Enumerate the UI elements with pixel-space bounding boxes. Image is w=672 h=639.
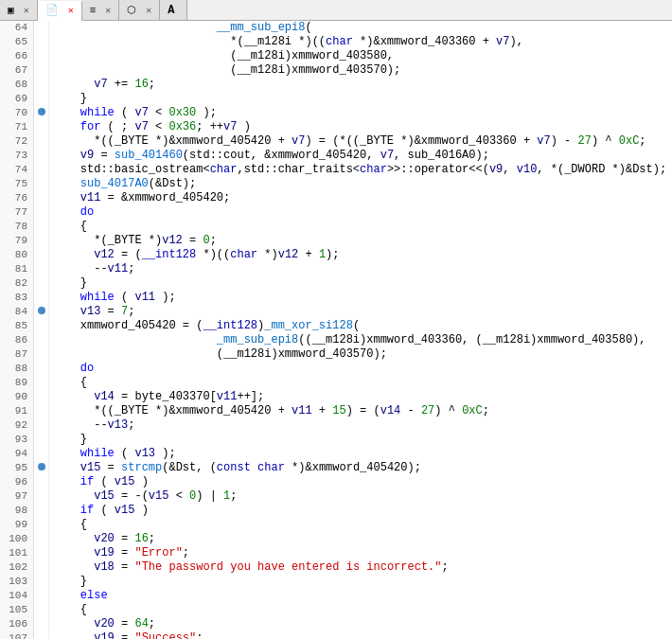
line-number: 65 [0, 35, 33, 49]
code-line[interactable]: for ( ; v7 < 0x36; ++v7 ) [53, 120, 672, 134]
dot-cell [34, 78, 48, 92]
tab-ida-close[interactable]: ✕ [24, 5, 29, 16]
tab-structures[interactable]: A [160, 0, 186, 20]
dot-cell [34, 106, 48, 120]
code-line[interactable]: --v13; [53, 418, 672, 433]
line-number: 78 [0, 220, 33, 234]
tab-hex-close[interactable]: ✕ [146, 5, 151, 16]
code-line[interactable]: if ( v15 ) [53, 504, 672, 518]
dot-cell [34, 177, 48, 191]
tab-ida-view-a[interactable]: ▣ ✕ [0, 0, 38, 20]
ida-view-icon: ▣ [8, 4, 14, 16]
code-line[interactable]: { [53, 518, 672, 532]
code-line[interactable]: v18 = "The password you have entered is … [53, 560, 672, 575]
line-number: 75 [0, 177, 33, 191]
code-line[interactable]: v7 += 16; [53, 78, 672, 92]
code-line[interactable]: v12 = (__int128 *)((char *)v12 + 1); [53, 248, 672, 262]
code-line[interactable]: (__m128i)xmmword_403580, [53, 49, 672, 63]
line-number: 105 [0, 603, 33, 617]
code-line[interactable]: while ( v11 ); [53, 291, 672, 305]
dot-cell [34, 305, 48, 319]
code-line[interactable]: v20 = 64; [53, 617, 672, 631]
breakpoint-dot [38, 463, 45, 470]
code-line[interactable]: std::basic_ostream<char,std::char_traits… [53, 163, 672, 177]
line-number: 77 [0, 205, 33, 220]
dot-cell [34, 504, 48, 518]
tab-pseudocode-a[interactable]: 📄 ✕ [38, 1, 82, 21]
line-number: 89 [0, 376, 33, 390]
line-number: 73 [0, 149, 33, 163]
code-line[interactable]: --v11; [53, 262, 672, 276]
dot-cell [34, 35, 48, 49]
line-number: 76 [0, 191, 33, 205]
dot-cell [34, 63, 48, 78]
dot-cell [34, 489, 48, 504]
line-number: 64 [0, 21, 33, 35]
tab-hex-view-1[interactable]: ⬡ ✕ [119, 0, 160, 20]
dot-cell [34, 532, 48, 546]
code-line[interactable]: sub_4017A0(&Dst); [53, 177, 672, 191]
code-line[interactable]: __mm_sub_epi8( [53, 21, 672, 35]
code-content[interactable]: __mm_sub_epi8( *(__m128i *)((char *)&xmm… [49, 21, 672, 639]
code-line[interactable]: xmmword_405420 = (__int128)_mm_xor_si128… [53, 319, 672, 333]
code-line[interactable]: v15 = strcmp(&Dst, (const char *)&xmmwor… [53, 461, 672, 475]
main-content: 6465666768697071727374757677787980818283… [0, 21, 672, 639]
dots-col [34, 21, 49, 639]
strings-icon: ≡ [90, 5, 97, 16]
code-line[interactable]: (__m128i)xmmword_403570); [53, 63, 672, 78]
tab-strings-close[interactable]: ✕ [105, 5, 111, 16]
dot-cell [34, 362, 48, 376]
line-number: 103 [0, 575, 33, 589]
dot-cell [34, 49, 48, 63]
dot-cell [34, 575, 48, 589]
code-line[interactable]: (__m128i)xmmword_403570); [53, 347, 672, 362]
code-line[interactable]: v19 = "Error"; [53, 546, 672, 560]
code-line[interactable]: { [53, 220, 672, 234]
dot-cell [34, 518, 48, 532]
dot-cell [34, 92, 48, 106]
code-line[interactable]: } [53, 276, 672, 291]
code-line[interactable]: { [53, 603, 672, 617]
code-line[interactable]: do [53, 362, 672, 376]
line-number: 102 [0, 560, 33, 575]
code-line[interactable]: else [53, 589, 672, 603]
code-line[interactable]: v13 = 7; [53, 305, 672, 319]
tab-pseudocode-close[interactable]: ✕ [68, 5, 74, 16]
code-line[interactable]: } [53, 92, 672, 106]
code-line[interactable]: do [53, 205, 672, 220]
code-line[interactable]: *((_BYTE *)&xmmword_405420 + v7) = (*((_… [53, 134, 672, 149]
line-number: 72 [0, 134, 33, 149]
code-line[interactable]: while ( v7 < 0x30 ); [53, 106, 672, 120]
code-line[interactable]: while ( v13 ); [53, 447, 672, 461]
code-line[interactable]: } [53, 575, 672, 589]
line-number: 98 [0, 504, 33, 518]
code-line[interactable]: v20 = 16; [53, 532, 672, 546]
code-line[interactable]: *((_BYTE *)&xmmword_405420 + v11 + 15) =… [53, 404, 672, 418]
code-line[interactable]: v15 = -(v15 < 0) | 1; [53, 489, 672, 504]
dot-cell [34, 433, 48, 447]
hex-icon: ⬡ [127, 4, 136, 16]
dot-cell [34, 134, 48, 149]
breakpoint-dot [38, 307, 45, 314]
line-number: 67 [0, 63, 33, 78]
dot-cell [34, 418, 48, 433]
code-line[interactable]: { [53, 376, 672, 390]
line-number: 71 [0, 120, 33, 134]
dot-cell [34, 631, 48, 639]
code-line[interactable]: v11 = &xmmword_405420; [53, 191, 672, 205]
code-line[interactable]: if ( v15 ) [53, 475, 672, 489]
code-line[interactable]: v9 = sub_401460(std::cout, &xmmword_4054… [53, 149, 672, 163]
dot-cell [34, 220, 48, 234]
dot-cell [34, 347, 48, 362]
code-line[interactable]: _mm_sub_epi8((__m128i)xmmword_403360, (_… [53, 333, 672, 347]
code-line[interactable]: *(_BYTE *)v12 = 0; [53, 234, 672, 248]
code-line[interactable]: } [53, 433, 672, 447]
code-line[interactable]: *(__m128i *)((char *)&xmmword_403360 + v… [53, 35, 672, 49]
line-number: 85 [0, 319, 33, 333]
dot-cell [34, 603, 48, 617]
line-number: 90 [0, 390, 33, 404]
code-line[interactable]: v19 = "Success"; [53, 631, 672, 639]
dot-cell [34, 291, 48, 305]
tab-strings-window[interactable]: ≡ ✕ [82, 0, 120, 20]
code-line[interactable]: v14 = byte_403370[v11++]; [53, 390, 672, 404]
